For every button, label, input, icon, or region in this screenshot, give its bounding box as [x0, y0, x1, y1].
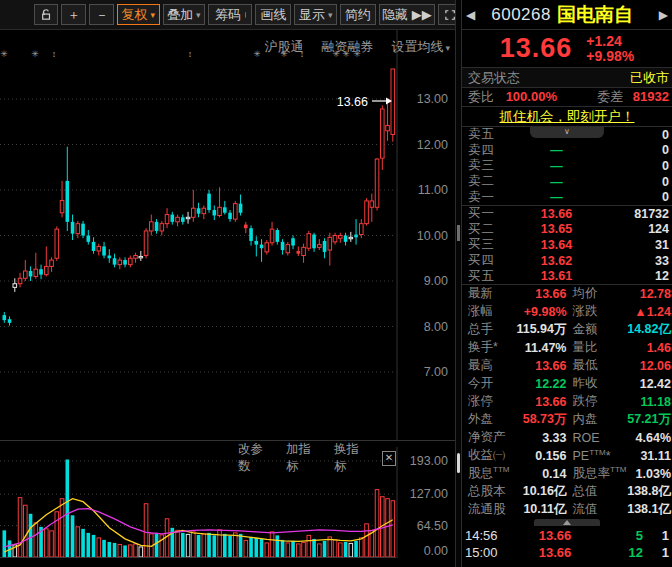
svg-text:8.00: 8.00: [424, 320, 448, 334]
next-stock-arrow[interactable]: ▶: [657, 8, 670, 22]
level-row: 买四13.6233: [462, 253, 672, 269]
svg-text:12.00: 12.00: [417, 138, 448, 152]
stat-row: 流通股10.11亿流值138.1亿: [462, 501, 672, 519]
tick-row: 15:0013.66121: [462, 544, 672, 561]
svg-text:0.00: 0.00: [424, 544, 448, 558]
weicha-label: 委差: [597, 89, 623, 104]
tick-list-handle[interactable]: [462, 519, 672, 527]
svg-text:✳: ✳: [353, 49, 361, 59]
quote-header: ◀ 600268 国电南自 ▶: [462, 0, 672, 29]
stock-app-window: ＋－复权▾叠加▾筹码画线显示▾简约隐藏 ▶▶ 沪股通 融资融券 设置均线▾ 13…: [0, 0, 672, 567]
chart-toolbar: ＋－复权▾叠加▾筹码画线显示▾简约隐藏 ▶▶: [0, 0, 462, 30]
level-row: 买二13.65124: [462, 222, 672, 238]
open-account-link[interactable]: 抓住机会，即刻开户！: [500, 108, 635, 126]
svg-text:↕: ↕: [188, 49, 193, 59]
svg-text:✳: ✳: [31, 49, 39, 59]
stock-name: 国电南自: [557, 2, 657, 28]
svg-text:193.00: 193.00: [410, 454, 448, 468]
chevron-down-icon: ▾: [328, 10, 333, 20]
chevron-down-icon: ▾: [151, 10, 156, 20]
zoom-in-button[interactable]: ＋: [61, 4, 86, 25]
status-value: 已收市: [630, 69, 669, 87]
stat-row: 换手*11.47%量比1.46: [462, 339, 672, 357]
price-row: 13.66 +1.24 +9.98%: [462, 30, 672, 67]
stat-row: 总手115.94万金额14.82亿: [462, 321, 672, 339]
svg-text:7.00: 7.00: [424, 365, 448, 379]
quote-panel: ◀ 600268 国电南自 ▶ 13.66 +1.24 +9.98% 交易状态 …: [462, 0, 672, 567]
open-account-banner: 抓住机会，即刻开户！: [462, 107, 672, 126]
drawline-button[interactable]: 画线: [255, 4, 291, 25]
prev-stock-arrow[interactable]: ◀: [464, 8, 477, 22]
change-value: +1.24: [586, 34, 634, 49]
tick-list: 14:5613.665115:0013.66121: [462, 527, 672, 561]
stat-row: 收益㈠0.156PETTM*31.11: [462, 447, 672, 465]
level-row: 卖三—0: [462, 158, 672, 174]
divider-grip[interactable]: [457, 225, 460, 241]
candlestick-chart[interactable]: 13.0012.0011.0010.009.008.007.00✳✳↕↕✳✳↕✳…: [0, 30, 455, 440]
weicha-value: 81932: [633, 89, 669, 104]
svg-text:13.00: 13.00: [417, 92, 448, 106]
chevron-down-icon: ▾: [196, 10, 201, 20]
svg-text:↕: ↕: [300, 49, 305, 59]
triangle-up-icon: [563, 520, 571, 525]
stat-row: 总股本10.16亿总值138.8亿: [462, 483, 672, 501]
stat-row: 净资产3.33ROE4.64%: [462, 429, 672, 447]
stat-row: 最新13.66均价12.78: [462, 285, 672, 303]
last-price: 13.66: [500, 33, 573, 64]
svg-text:↕: ↕: [52, 49, 57, 59]
weibi-row: 委比 100.00% 委差 81932: [462, 88, 672, 106]
volume-chart[interactable]: 193.00127.0064.500.00: [0, 447, 455, 558]
weibi-value: 100.00%: [506, 89, 557, 104]
zoom-out-button[interactable]: －: [89, 4, 114, 25]
svg-text:✳: ✳: [0, 49, 8, 59]
level-row: 买三13.6431: [462, 237, 672, 253]
hide-button[interactable]: 隐藏 ▶▶: [379, 4, 435, 25]
fuquan-button[interactable]: 复权▾: [117, 4, 159, 25]
level-row: 买五13.6112: [462, 268, 672, 284]
svg-text:✳: ✳: [332, 49, 340, 59]
trade-status-row: 交易状态 已收市: [462, 68, 672, 87]
svg-text:64.50: 64.50: [417, 519, 448, 533]
stat-row: 涨幅+9.98%涨跌▲1.24: [462, 303, 672, 321]
simple-button[interactable]: 简约: [340, 4, 376, 25]
sell-levels: ∨ 卖五—0卖四—0卖三—0卖二—0卖一—0: [462, 127, 672, 205]
weibi-label: 委比: [468, 89, 494, 104]
change-percent: +9.98%: [586, 49, 634, 64]
stat-row: 最高13.66最低12.06: [462, 357, 672, 375]
chips-button[interactable]: 筹码: [208, 4, 252, 25]
lock-button[interactable]: [34, 4, 58, 25]
stat-row: 今开12.22昨收12.42: [462, 375, 672, 393]
svg-text:✳: ✳: [280, 49, 288, 59]
stats-grid: 最新13.66均价12.78涨幅+9.98%涨跌▲1.24总手115.94万金额…: [462, 285, 672, 519]
tick-row: 14:5613.6651: [462, 527, 672, 544]
stock-code: 600268: [491, 5, 551, 25]
level-row: 买一13.6681732: [462, 206, 672, 222]
stat-row: 股息TTM0.14股息率TTM1.03%: [462, 465, 672, 483]
panel-divider[interactable]: [455, 0, 462, 567]
svg-text:11.00: 11.00: [418, 183, 448, 197]
svg-text:127.00: 127.00: [410, 487, 448, 501]
level-row: 卖一—0: [462, 189, 672, 205]
svg-text:10.00: 10.00: [417, 229, 448, 243]
price-change: +1.24 +9.98%: [586, 34, 634, 64]
level-row: 卖四—0: [462, 143, 672, 159]
divider-scroll-thumb[interactable]: [457, 453, 460, 473]
svg-text:13.66: 13.66: [337, 95, 368, 109]
stat-row: 外盘58.73万内盘57.21万: [462, 411, 672, 429]
svg-text:✳: ✳: [253, 49, 261, 59]
collapse-chevron-icon[interactable]: ∨: [530, 127, 604, 138]
svg-text:9.00: 9.00: [424, 274, 448, 288]
overlay-button[interactable]: 叠加▾: [163, 4, 205, 25]
buy-levels: 买一13.6681732买二13.65124买三13.6431买四13.6233…: [462, 206, 672, 284]
svg-text:✳: ✳: [342, 49, 350, 59]
status-label: 交易状态: [468, 69, 520, 87]
stat-row: 涨停13.66跌停11.18: [462, 393, 672, 411]
display-button[interactable]: 显示▾: [294, 4, 336, 25]
level-row: 卖二—0: [462, 174, 672, 190]
